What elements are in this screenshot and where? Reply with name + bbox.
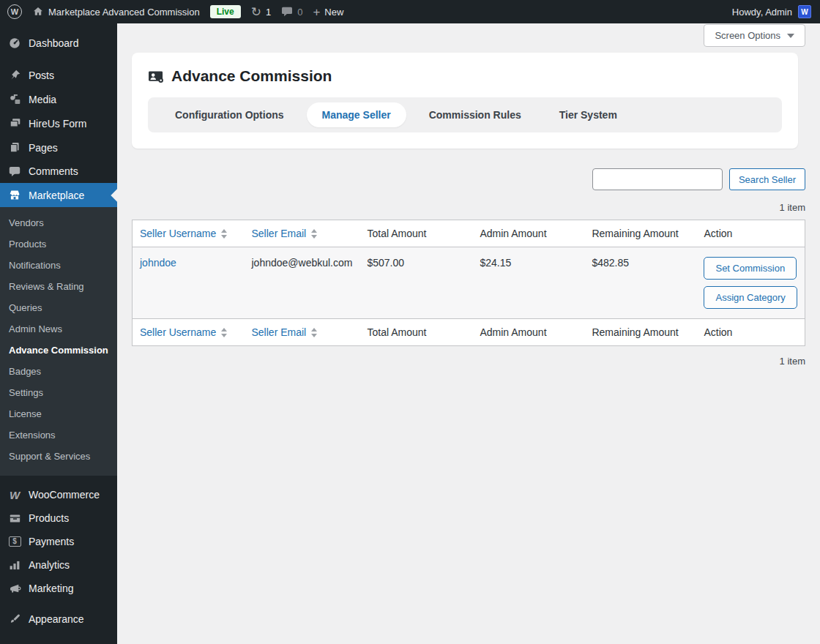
submenu-item-badges[interactable]: Badges <box>0 361 117 382</box>
sidebar-item-posts[interactable]: Posts <box>0 63 117 87</box>
sort-arrows-icon <box>311 328 317 337</box>
plus-icon: + <box>313 6 320 18</box>
site-link[interactable]: Marketplace Advanced Commission <box>32 6 200 18</box>
column-total-amount: Total Amount <box>359 220 472 247</box>
column-label: Seller Email <box>252 326 307 338</box>
table-row: johndoe johndoe@webkul.com $507.00 $24.1… <box>133 247 805 319</box>
submenu-item-vendors[interactable]: Vendors <box>0 212 117 233</box>
updates-count: 1 <box>266 7 271 18</box>
seller-search-row: Search Seller <box>132 168 805 190</box>
user-avatar[interactable]: W <box>798 5 811 18</box>
paintbrush-icon <box>7 613 22 625</box>
page-title: Advance Commission <box>171 67 332 85</box>
admin-bar-right: Howdy, Admin W <box>732 5 811 18</box>
sidebar-item-comments[interactable]: Comments <box>0 160 117 183</box>
media-icon <box>7 93 22 105</box>
tab-commission-rules[interactable]: Commission Rules <box>414 102 537 127</box>
search-seller-button[interactable]: Search Seller <box>729 168 805 190</box>
sidebar-item-label: Comments <box>29 165 78 177</box>
submenu-item-extensions[interactable]: Extensions <box>0 424 117 446</box>
comments-count: 0 <box>297 7 302 18</box>
updates-link[interactable]: ↻ 1 <box>251 6 271 18</box>
submenu-item-advance-commission[interactable]: Advance Commission <box>0 340 117 361</box>
column-label: Seller Email <box>252 228 307 239</box>
howdy-text[interactable]: Howdy, Admin <box>732 7 792 18</box>
advance-commission-card: Advance Commission Configuration Options… <box>132 53 798 149</box>
submenu-item-support-services[interactable]: Support & Services <box>0 446 117 467</box>
submenu-item-notifications[interactable]: Notifications <box>0 255 117 276</box>
submenu-item-license[interactable]: License <box>0 403 117 424</box>
seller-email-cell: johndoe@webkul.com <box>245 247 360 319</box>
column-label: Seller Username <box>140 326 216 338</box>
sidebar-item-marketing[interactable]: Marketing <box>0 577 117 600</box>
column-admin-amount: Admin Amount <box>472 220 584 247</box>
sidebar-item-payments[interactable]: $ Payments <box>0 530 117 553</box>
table-footer: Seller Username Seller Email Total Amoun… <box>133 319 805 346</box>
stacked-images-icon <box>7 117 22 130</box>
seller-username-link[interactable]: johndoe <box>140 257 176 269</box>
submenu-item-queries[interactable]: Queries <box>0 297 117 318</box>
column-remaining-amount: Remaining Amount <box>584 319 696 346</box>
sidebar-item-marketplace[interactable]: Marketplace <box>0 183 117 207</box>
table-header: Seller Username Seller Email Total Amoun… <box>133 220 805 247</box>
live-badge: Live <box>210 5 241 18</box>
sidebar-item-woocommerce[interactable]: W WooCommerce <box>0 483 117 506</box>
sidebar-item-label: Dashboard <box>29 37 79 49</box>
sidebar-item-label: Payments <box>29 536 74 547</box>
column-action: Action <box>696 220 805 247</box>
tab-bar: Configuration Options Manage Seller Comm… <box>148 97 782 132</box>
sidebar-item-label: Marketplace <box>29 190 84 201</box>
sidebar-item-label: Posts <box>29 70 54 81</box>
sellers-table: Seller Username Seller Email Total Amoun… <box>132 220 805 346</box>
sidebar-item-dashboard[interactable]: Dashboard <box>0 31 117 56</box>
wordpress-logo-icon[interactable]: W <box>7 4 22 19</box>
pushpin-icon <box>7 69 22 81</box>
payments-icon: $ <box>7 536 22 547</box>
sidebar-item-label: Media <box>29 94 56 105</box>
screen-options-label: Screen Options <box>715 30 780 41</box>
items-count-bottom: 1 item <box>132 356 805 367</box>
set-commission-button[interactable]: Set Commission <box>704 257 797 280</box>
assign-category-button[interactable]: Assign Category <box>704 286 797 309</box>
seller-search-input[interactable] <box>592 168 723 190</box>
sort-seller-username[interactable]: Seller Username <box>140 326 227 338</box>
sidebar-item-label: Appearance <box>29 613 84 625</box>
sort-arrows-icon <box>311 229 317 239</box>
bar-chart-icon <box>7 560 22 571</box>
home-icon <box>32 6 44 18</box>
new-content-link[interactable]: + New <box>313 6 343 18</box>
tab-manage-seller[interactable]: Manage Seller <box>307 102 406 127</box>
chevron-down-icon <box>787 34 794 38</box>
submenu-item-reviews-rating[interactable]: Reviews & Rating <box>0 276 117 297</box>
sidebar-item-analytics[interactable]: Analytics <box>0 553 117 577</box>
pages-icon <box>7 141 22 154</box>
updates-icon: ↻ <box>251 6 261 18</box>
admin-bar-left: W Marketplace Advanced Commission Live ↻… <box>7 4 343 19</box>
tab-configuration-options[interactable]: Configuration Options <box>160 102 299 127</box>
main-content: Screen Options Advance Commission Config… <box>117 23 820 644</box>
sidebar-item-hireus-form[interactable]: HireUs Form <box>0 111 117 135</box>
admin-sidebar: Dashboard Posts Media HireUs Form Pages <box>0 23 117 644</box>
sidebar-item-pages[interactable]: Pages <box>0 135 117 160</box>
column-action: Action <box>696 319 805 346</box>
sidebar-item-media[interactable]: Media <box>0 87 117 111</box>
submenu-item-products[interactable]: Products <box>0 233 117 255</box>
sidebar-item-label: Products <box>29 512 69 524</box>
sort-seller-username[interactable]: Seller Username <box>140 228 227 239</box>
sidebar-item-wc-products[interactable]: Products <box>0 506 117 530</box>
admin-bar: W Marketplace Advanced Commission Live ↻… <box>0 0 820 23</box>
screen-options-button[interactable]: Screen Options <box>704 24 805 47</box>
submenu-item-admin-news[interactable]: Admin News <box>0 318 117 340</box>
sidebar-item-label: Pages <box>29 142 58 154</box>
sort-seller-email[interactable]: Seller Email <box>252 228 318 239</box>
sidebar-item-appearance[interactable]: Appearance <box>0 607 117 631</box>
sort-seller-email[interactable]: Seller Email <box>252 326 318 338</box>
tab-tier-system[interactable]: Tier System <box>544 102 633 127</box>
comments-link[interactable]: 0 <box>281 7 302 18</box>
sort-arrows-icon <box>221 229 227 239</box>
submenu-item-settings[interactable]: Settings <box>0 382 117 403</box>
sidebar-separator <box>0 600 117 607</box>
storefront-icon <box>7 189 22 201</box>
woocommerce-logo-icon: W <box>7 490 22 501</box>
comment-icon <box>7 166 22 177</box>
